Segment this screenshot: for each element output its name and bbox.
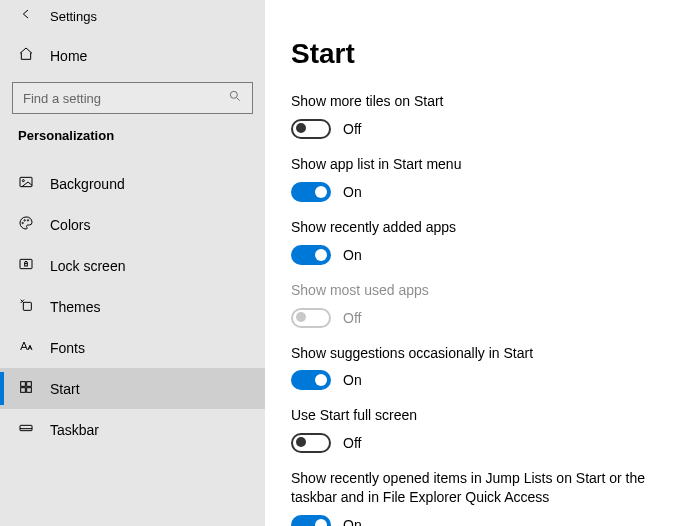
back-icon[interactable] <box>18 6 34 26</box>
toggle-state: On <box>343 372 362 388</box>
taskbar-icon <box>18 420 34 439</box>
toggle-more-tiles[interactable] <box>291 119 331 139</box>
svg-rect-8 <box>23 302 31 310</box>
themes-icon <box>18 297 34 316</box>
svg-point-2 <box>22 180 24 182</box>
toggle-knob <box>296 123 306 133</box>
svg-rect-10 <box>27 382 32 387</box>
page-title: Start <box>291 38 661 70</box>
setting-label: Show suggestions occasionally in Start <box>291 344 661 363</box>
svg-rect-13 <box>20 425 32 430</box>
svg-rect-1 <box>20 177 32 186</box>
toggle-state: On <box>343 184 362 200</box>
svg-rect-12 <box>27 388 32 393</box>
toggle-knob <box>315 374 327 386</box>
setting-app-list: Show app list in Start menuOn <box>291 155 661 202</box>
nav-label: Background <box>50 176 125 192</box>
setting-label: Show recently opened items in Jump Lists… <box>291 469 661 507</box>
toggle-state: On <box>343 247 362 263</box>
nav-list: Background Colors Lock screen Themes Fon <box>0 163 265 450</box>
toggle-state: On <box>343 517 362 526</box>
svg-point-4 <box>24 220 25 221</box>
home-label: Home <box>50 48 87 64</box>
setting-suggestions: Show suggestions occasionally in StartOn <box>291 344 661 391</box>
palette-icon <box>18 215 34 234</box>
toggle-row: On <box>291 515 661 526</box>
setting-label: Show recently added apps <box>291 218 661 237</box>
toggle-full-screen[interactable] <box>291 433 331 453</box>
sidebar: Settings Home Personalization Background <box>0 0 265 526</box>
toggle-row: On <box>291 370 661 390</box>
toggle-app-list[interactable] <box>291 182 331 202</box>
nav-colors[interactable]: Colors <box>0 204 265 245</box>
lockscreen-icon <box>18 256 34 275</box>
toggle-row: On <box>291 182 661 202</box>
nav-label: Taskbar <box>50 422 99 438</box>
picture-icon <box>18 174 34 193</box>
nav-label: Fonts <box>50 340 85 356</box>
nav-label: Themes <box>50 299 101 315</box>
toggle-row: Off <box>291 308 661 328</box>
nav-fonts[interactable]: Fonts <box>0 327 265 368</box>
fonts-icon <box>18 338 34 357</box>
toggle-suggestions[interactable] <box>291 370 331 390</box>
nav-lockscreen[interactable]: Lock screen <box>0 245 265 286</box>
home-icon <box>18 46 34 66</box>
toggle-jump-lists[interactable] <box>291 515 331 526</box>
setting-jump-lists: Show recently opened items in Jump Lists… <box>291 469 661 526</box>
svg-rect-9 <box>21 382 26 387</box>
setting-more-tiles: Show more tiles on StartOff <box>291 92 661 139</box>
toggle-knob <box>315 519 327 526</box>
nav-label: Start <box>50 381 80 397</box>
search-input[interactable] <box>23 91 203 106</box>
sidebar-header: Settings <box>0 6 265 36</box>
setting-label: Use Start full screen <box>291 406 661 425</box>
toggle-state: Off <box>343 121 361 137</box>
toggle-knob <box>296 312 306 322</box>
toggle-knob <box>296 437 306 447</box>
nav-background[interactable]: Background <box>0 163 265 204</box>
setting-most-used: Show most used appsOff <box>291 281 661 328</box>
category-title: Personalization <box>0 114 265 153</box>
toggle-row: On <box>291 245 661 265</box>
toggle-row: Off <box>291 119 661 139</box>
svg-point-3 <box>22 222 23 223</box>
nav-themes[interactable]: Themes <box>0 286 265 327</box>
setting-label: Show more tiles on Start <box>291 92 661 111</box>
toggle-knob <box>315 186 327 198</box>
setting-recent-apps: Show recently added appsOn <box>291 218 661 265</box>
svg-point-5 <box>27 220 28 221</box>
nav-label: Lock screen <box>50 258 125 274</box>
toggle-state: Off <box>343 435 361 451</box>
svg-rect-6 <box>20 259 32 268</box>
nav-taskbar[interactable]: Taskbar <box>0 409 265 450</box>
setting-label: Show most used apps <box>291 281 661 300</box>
svg-rect-11 <box>21 388 26 393</box>
svg-point-0 <box>230 91 237 98</box>
setting-full-screen: Use Start full screenOff <box>291 406 661 453</box>
nav-label: Colors <box>50 217 90 233</box>
main-content: Start Show more tiles on StartOffShow ap… <box>265 0 681 526</box>
svg-rect-7 <box>25 263 28 266</box>
search-box[interactable] <box>12 82 253 114</box>
home-nav[interactable]: Home <box>0 36 265 76</box>
toggle-knob <box>315 249 327 261</box>
nav-start[interactable]: Start <box>0 368 265 409</box>
settings-list: Show more tiles on StartOffShow app list… <box>291 92 661 526</box>
toggle-state: Off <box>343 310 361 326</box>
search-icon <box>228 89 242 107</box>
toggle-row: Off <box>291 433 661 453</box>
toggle-most-used <box>291 308 331 328</box>
start-icon <box>18 379 34 398</box>
search-container <box>0 82 265 114</box>
app-title: Settings <box>50 9 97 24</box>
toggle-recent-apps[interactable] <box>291 245 331 265</box>
setting-label: Show app list in Start menu <box>291 155 661 174</box>
